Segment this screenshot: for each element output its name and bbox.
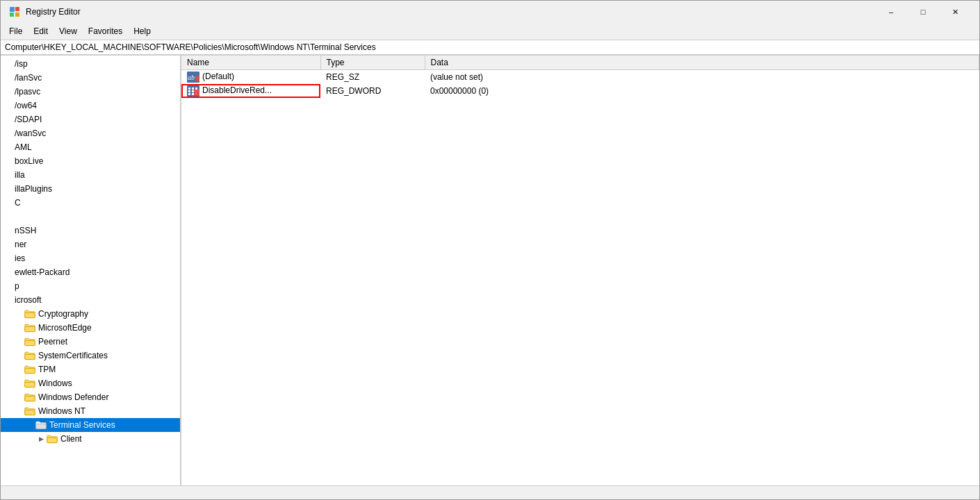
folder-icon	[47, 433, 58, 444]
expand-placeholder	[2, 297, 13, 303]
svg-rect-10	[25, 396, 35, 401]
tree-item[interactable]: boxLive	[1, 154, 180, 168]
tree-item[interactable]: MicrosoftEdge	[1, 321, 180, 335]
folder-icon	[24, 392, 35, 403]
svg-rect-13	[47, 438, 57, 442]
tree-label: Peernet	[38, 337, 67, 347]
tree-item[interactable]: nSSH	[1, 224, 180, 238]
expand-placeholder	[2, 74, 13, 81]
tree-item[interactable]: /isp	[1, 57, 180, 71]
tree-item[interactable]: ies	[1, 251, 180, 265]
tree-item[interactable]	[1, 210, 180, 224]
col-name[interactable]: Name	[181, 56, 320, 70]
title-bar-text: Registry Editor	[26, 7, 875, 17]
tree-item[interactable]: ewlett-Packard	[1, 265, 180, 279]
tree-item[interactable]: Windows	[1, 376, 180, 390]
tree-label: /lpasvc	[15, 87, 40, 97]
status-bar	[1, 485, 979, 499]
tree-label: Windows NT	[38, 406, 85, 416]
menu-edit[interactable]: Edit	[28, 24, 54, 38]
folder-icon	[24, 308, 35, 319]
tree-label: /SDAPI	[15, 115, 42, 124]
tree-item[interactable]: ▶Client	[1, 432, 180, 446]
tree-item[interactable]: /ow64	[1, 99, 180, 112]
tree-item[interactable]: ner	[1, 238, 180, 251]
address-bar: Computer\HKEY_LOCAL_MACHINE\SOFTWARE\Pol…	[1, 40, 979, 55]
folder-icon	[35, 419, 47, 431]
close-button[interactable]: ✕	[939, 1, 971, 23]
svg-rect-11	[25, 410, 35, 415]
maximize-button[interactable]: □	[907, 1, 939, 23]
table-row[interactable]: ab(Default) REG_SZ (value not set)	[181, 70, 979, 85]
expand-placeholder	[24, 422, 35, 428]
tree-item[interactable]: TPM	[1, 362, 180, 376]
expand-placeholder	[13, 366, 24, 373]
tree-item[interactable]: Peernet	[1, 335, 180, 349]
expand-placeholder	[13, 310, 24, 317]
tree-label: icrosoft	[15, 295, 42, 305]
menu-help[interactable]: Help	[128, 24, 156, 38]
expand-placeholder	[2, 60, 13, 67]
tree-item[interactable]: Windows NT	[1, 404, 180, 418]
tree-item[interactable]: p	[1, 279, 180, 293]
svg-rect-22	[192, 90, 194, 92]
expand-placeholder	[13, 324, 24, 331]
expand-placeholder	[2, 255, 13, 262]
col-data[interactable]: Data	[425, 56, 979, 70]
tree-item[interactable]: SystemCertificates	[1, 349, 180, 362]
minimize-button[interactable]: –	[875, 1, 907, 23]
svg-rect-27	[194, 90, 199, 95]
tree-item[interactable]: illaPlugins	[1, 182, 180, 196]
expand-placeholder	[2, 116, 13, 123]
folder-icon	[24, 336, 35, 347]
tree-item[interactable]: illa	[1, 168, 180, 182]
svg-rect-5	[25, 326, 35, 331]
svg-rect-23	[192, 93, 194, 95]
tree-label: ies	[15, 253, 25, 263]
menu-bar: File Edit View Favorites Help	[1, 23, 979, 40]
expand-placeholder	[2, 172, 13, 178]
tree-label: AML	[15, 142, 32, 152]
tree-item[interactable]: Terminal Services	[1, 418, 180, 432]
reg-name: DisableDriveRed...	[202, 85, 272, 95]
expand-placeholder	[2, 144, 13, 151]
svg-rect-21	[192, 88, 194, 90]
menu-view[interactable]: View	[54, 24, 83, 38]
expand-placeholder	[2, 199, 13, 206]
tree-item[interactable]: /wanSvc	[1, 126, 180, 140]
svg-rect-0	[10, 7, 15, 12]
svg-rect-24	[195, 88, 197, 90]
tree-label: /isp	[15, 59, 28, 69]
reg-ab-icon: ab	[187, 72, 199, 83]
expand-placeholder	[2, 227, 13, 234]
expand-placeholder	[2, 88, 13, 95]
expand-placeholder	[2, 185, 13, 192]
expand-icon[interactable]: ▶	[35, 435, 47, 442]
right-pane: Name Type Data ab(Default) REG_SZ (value…	[181, 56, 979, 485]
title-bar: Registry Editor – □ ✕	[1, 1, 979, 23]
tree-item[interactable]: /lanSvc	[1, 71, 180, 85]
tree-label: p	[15, 281, 19, 291]
expand-placeholder	[2, 213, 13, 220]
tree-item[interactable]: /SDAPI	[1, 112, 180, 126]
tree-item[interactable]: C	[1, 196, 180, 210]
menu-favorites[interactable]: Favorites	[83, 24, 128, 38]
tree-pane[interactable]: /isp /lanSvc /lpasvc /ow64 /SDAPI /wanSv…	[1, 56, 181, 485]
tree-item[interactable]: Windows Defender	[1, 390, 180, 404]
table-row[interactable]: DisableDriveRed... REG_DWORD 0x00000000 …	[181, 84, 979, 98]
menu-file[interactable]: File	[3, 24, 28, 38]
main-container: /isp /lanSvc /lpasvc /ow64 /SDAPI /wanSv…	[1, 55, 979, 485]
tree-item[interactable]: Cryptography	[1, 307, 180, 321]
reg-data-cell: 0x00000000 (0)	[425, 84, 979, 98]
address-text: Computer\HKEY_LOCAL_MACHINE\SOFTWARE\Pol…	[5, 42, 376, 52]
reg-name-cell: DisableDriveRed...	[181, 84, 320, 98]
tree-item[interactable]: /lpasvc	[1, 85, 180, 99]
tree-label: SystemCertificates	[38, 351, 108, 360]
tree-item[interactable]: icrosoft	[1, 293, 180, 307]
expand-placeholder	[2, 102, 13, 109]
svg-rect-16	[195, 76, 199, 81]
col-type[interactable]: Type	[320, 56, 425, 70]
title-bar-controls: – □ ✕	[875, 1, 971, 23]
svg-rect-6	[25, 340, 35, 345]
tree-item[interactable]: AML	[1, 140, 180, 154]
